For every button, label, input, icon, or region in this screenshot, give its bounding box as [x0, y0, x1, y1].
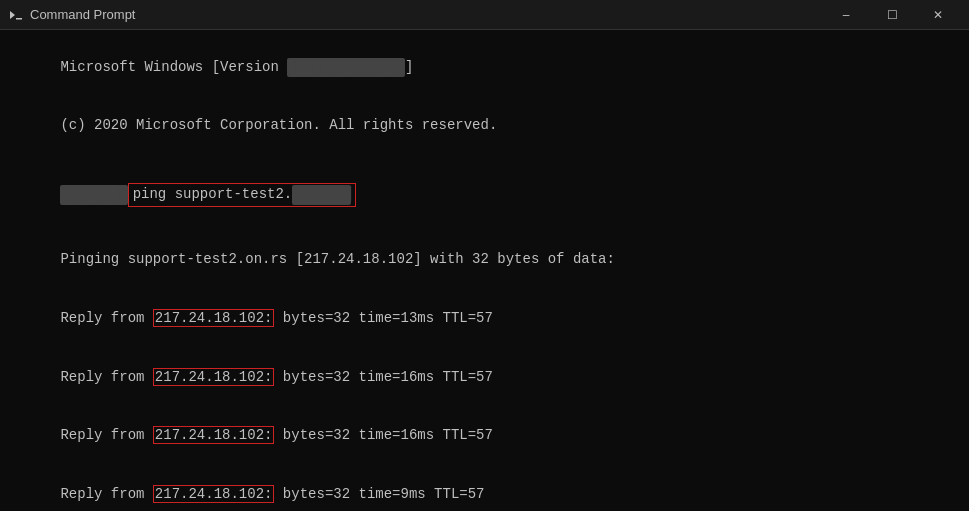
title-bar-left: Command Prompt	[8, 7, 135, 23]
pinging-line: Pinging support-test2.on.rs [217.24.18.1…	[10, 230, 959, 289]
reply-line-1: Reply from 217.24.18.102: bytes=32 time=…	[10, 289, 959, 348]
reply2-ip-box: 217.24.18.102:	[153, 368, 275, 386]
prompt-line: ████████ping support-test2.███████	[10, 164, 959, 227]
window-title: Command Prompt	[30, 7, 135, 22]
copyright-line: (c) 2020 Microsoft Corporation. All righ…	[10, 97, 959, 156]
svg-rect-2	[16, 18, 22, 20]
reply-line-3: Reply from 217.24.18.102: bytes=32 time=…	[10, 407, 959, 466]
cmd-icon	[8, 7, 24, 23]
window-controls: – ☐ ✕	[823, 0, 961, 30]
reply-line-2: Reply from 217.24.18.102: bytes=32 time=…	[10, 348, 959, 407]
reply4-ip-box: 217.24.18.102:	[153, 485, 275, 503]
minimize-button[interactable]: –	[823, 0, 869, 30]
prompt-redacted: ████████	[60, 185, 127, 205]
command-prompt-window: Command Prompt – ☐ ✕ Microsoft Windows […	[0, 0, 969, 511]
reply3-ip-box: 217.24.18.102:	[153, 426, 275, 444]
maximize-button[interactable]: ☐	[869, 0, 915, 30]
reply-line-4: Reply from 217.24.18.102: bytes=32 time=…	[10, 465, 959, 511]
terminal-body: Microsoft Windows [Version █████████████…	[0, 30, 969, 511]
close-button[interactable]: ✕	[915, 0, 961, 30]
ping-command-box: ping support-test2.███████	[128, 183, 356, 207]
title-bar: Command Prompt – ☐ ✕	[0, 0, 969, 30]
reply1-ip-box: 217.24.18.102:	[153, 309, 275, 327]
windows-version-line: Microsoft Windows [Version █████████████…	[10, 38, 959, 97]
